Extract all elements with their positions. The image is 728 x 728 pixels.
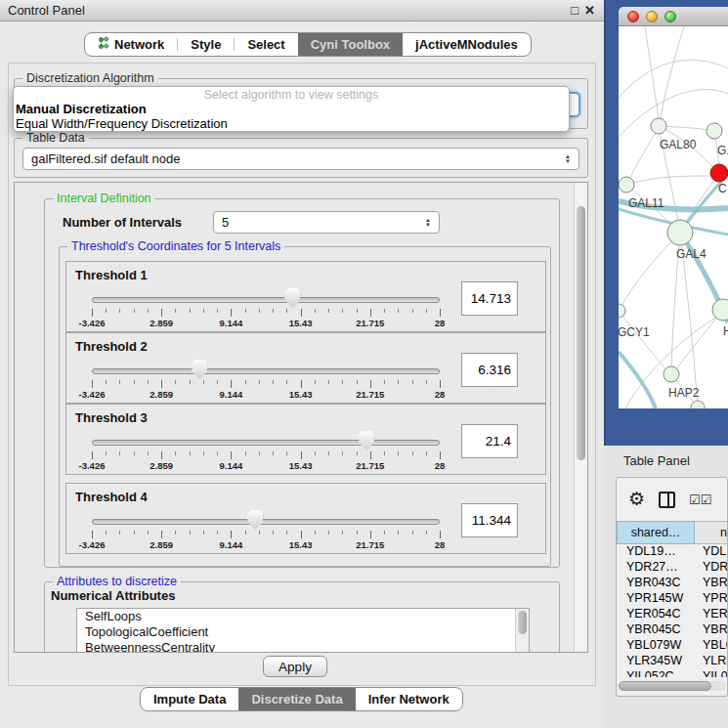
table-row[interactable]: YPR145WYPR1: [617, 591, 728, 607]
table-row[interactable]: YDL19…YDL1: [617, 544, 728, 560]
number-of-intervals-combobox[interactable]: 5 ▲▼: [213, 211, 440, 234]
node-attribute-table[interactable]: shared… n YDL19…YDL1YDR27…YDR2YBR043CYBR…: [617, 521, 728, 677]
tick-label: 28: [435, 460, 446, 471]
tab-network[interactable]: Network: [85, 33, 177, 56]
settings-scrollbar-thumb[interactable]: [577, 206, 585, 460]
network-graph[interactable]: GAL80G.CGAL11GAL4GCY1HHAP2: [619, 26, 728, 408]
checkbox-checked-icon[interactable]: ☑: [689, 492, 701, 507]
network-edge[interactable]: [661, 26, 684, 118]
slider-thumb[interactable]: [247, 510, 263, 530]
algorithm-hint-option[interactable]: Select algorithm to view settings: [14, 88, 569, 102]
algorithm-option-manual[interactable]: Manual Discretization: [14, 102, 569, 116]
tick-mark: [119, 531, 120, 535]
tab-label: Discretize Data: [251, 692, 342, 707]
column-header-shared-name[interactable]: shared…: [617, 521, 695, 544]
tab-discretize-data[interactable]: Discretize Data: [238, 688, 355, 710]
threshold-value-field[interactable]: 6.316: [461, 353, 518, 387]
network-edge[interactable]: [626, 133, 656, 185]
list-item[interactable]: SelfLoops: [77, 609, 529, 624]
network-edge-teal[interactable]: [619, 352, 656, 408]
table-row[interactable]: YBR043CYBR0: [617, 576, 728, 591]
table-data-combobox[interactable]: galFiltered.sif default node ▲▼: [22, 148, 579, 170]
column-checkboxes[interactable]: ☑☑: [689, 491, 711, 508]
list-item[interactable]: TopologicalCoefficient: [77, 624, 529, 640]
slider-track[interactable]: [92, 519, 440, 525]
network-canvas[interactable]: GAL80G.CGAL11GAL4GCY1HHAP2: [619, 26, 728, 408]
table-row[interactable]: YLR345WYLR3: [617, 654, 728, 669]
tab-jactivemnodules[interactable]: jActiveMNodules: [403, 33, 531, 56]
slider-thumb[interactable]: [192, 360, 207, 379]
threshold-value-field[interactable]: 21.4: [461, 424, 518, 458]
list-item[interactable]: BetweennessCentrality: [77, 640, 529, 653]
gear-icon[interactable]: ⚙: [628, 490, 645, 509]
slider-track[interactable]: [92, 440, 440, 446]
network-node-green[interactable]: [619, 304, 625, 318]
table-row[interactable]: YIL052CYIL0: [617, 669, 728, 677]
threshold-value-field[interactable]: 14.713: [461, 281, 518, 316]
tick-mark: [440, 380, 441, 388]
apply-button[interactable]: Apply: [263, 656, 327, 677]
tick-mark: [259, 380, 260, 384]
tick-label: 9.144: [220, 539, 243, 550]
split-pane-icon[interactable]: [659, 492, 675, 508]
network-view-window[interactable]: GAL80G.CGAL11GAL4GCY1HHAP2: [604, 0, 728, 446]
network-node-green[interactable]: [707, 123, 722, 139]
cell-name: YBR0: [695, 576, 728, 591]
interval-definition-group: Interval Definition Number of Intervals …: [44, 198, 560, 568]
tick-mark: [92, 309, 93, 317]
tick-mark: [245, 380, 246, 384]
mac-zoom-icon[interactable]: [664, 11, 676, 22]
slider-track[interactable]: [92, 368, 440, 374]
network-node-green[interactable]: [664, 366, 679, 382]
tick-label: 2.859: [150, 539, 173, 550]
attributes-scrollbar[interactable]: [515, 609, 529, 652]
tab-style[interactable]: Style: [178, 33, 234, 56]
tick-label: 9.144: [220, 389, 243, 400]
network-node-green[interactable]: [712, 299, 728, 321]
numerical-attributes-list[interactable]: SelfLoopsTopologicalCoefficientBetweenne…: [76, 608, 530, 653]
slider-thumb[interactable]: [359, 431, 374, 450]
tick-mark: [217, 451, 218, 455]
network-node-pink[interactable]: [651, 118, 666, 134]
tick-mark: [286, 380, 287, 384]
table-hscrollbar-thumb[interactable]: [619, 681, 711, 691]
mac-close-icon[interactable]: [627, 11, 639, 22]
tab-infer-network[interactable]: Infer Network: [356, 688, 462, 710]
tab-cyni-toolbox[interactable]: Cyni Toolbox: [298, 33, 403, 56]
settings-vertical-scrollbar[interactable]: [574, 183, 587, 652]
column-header-name[interactable]: n: [695, 521, 728, 544]
threshold-value-field[interactable]: 11.344: [461, 503, 518, 537]
table-row[interactable]: YER054CYER0: [617, 607, 728, 622]
checkbox-checked-icon[interactable]: ☑: [701, 492, 712, 507]
tab-select[interactable]: Select: [235, 33, 297, 56]
table-panel-body: ⚙ ☑☑ shared… n YDL19…YDL1YDR27…YDR2YBR04…: [616, 477, 728, 697]
table-row[interactable]: YBL079WYBL0: [617, 638, 728, 654]
network-window-titlebar: [619, 7, 728, 26]
mac-minimize-icon[interactable]: [646, 11, 658, 22]
cell-name: YBR0: [695, 622, 728, 638]
tick-mark: [342, 380, 343, 384]
tick-mark: [357, 451, 358, 455]
tab-impute-data[interactable]: Impute Data: [141, 688, 238, 710]
network-edge[interactable]: [619, 60, 728, 98]
network-edge[interactable]: [620, 233, 680, 310]
tick-mark: [203, 531, 204, 535]
table-row[interactable]: YDR27…YDR2: [617, 560, 728, 576]
slider-track[interactable]: [92, 297, 440, 303]
algorithm-option-equal-width[interactable]: Equal Width/Frequency Discretization: [14, 116, 569, 131]
tick-mark: [106, 380, 107, 384]
table-panel-toolbar: ⚙ ☑☑: [617, 486, 727, 513]
attributes-scrollbar-thumb[interactable]: [518, 611, 527, 634]
close-icon[interactable]: ✕: [584, 4, 595, 18]
slider-thumb[interactable]: [284, 288, 300, 308]
tick-mark: [440, 451, 441, 459]
table-horizontal-scrollbar[interactable]: [619, 681, 726, 691]
network-node-red[interactable]: [710, 164, 728, 182]
float-window-icon[interactable]: □: [571, 4, 578, 18]
tick-mark: [134, 531, 135, 535]
network-node-green[interactable]: [619, 177, 634, 193]
network-node-green[interactable]: [667, 220, 693, 245]
tab-label: Network: [114, 37, 164, 52]
table-row[interactable]: YBR045CYBR0: [617, 622, 728, 638]
network-edge[interactable]: [645, 26, 659, 118]
